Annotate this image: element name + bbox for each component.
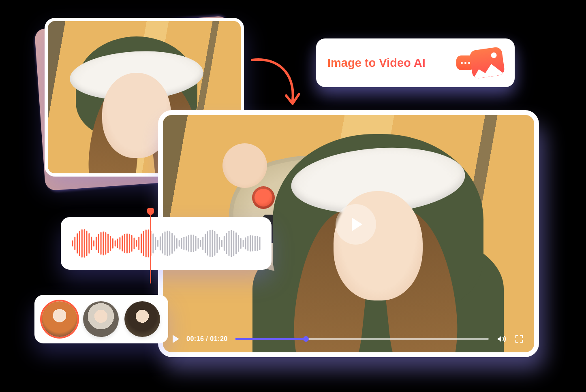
- play-button[interactable]: [336, 204, 376, 245]
- waveform: [71, 227, 261, 260]
- total-time: 01:20: [210, 335, 227, 342]
- photo-icon: [469, 47, 505, 79]
- fullscreen-icon[interactable]: [514, 334, 524, 344]
- avatar-option-3[interactable]: [124, 301, 160, 337]
- avatar-option-1[interactable]: [42, 301, 77, 337]
- svg-marker-0: [498, 336, 501, 342]
- feature-card[interactable]: Image to Video AI: [316, 38, 515, 87]
- time-display: 00:16 / 01:20: [186, 335, 228, 343]
- current-time: 00:16: [186, 335, 204, 342]
- feature-icons: [456, 49, 503, 77]
- volume-icon[interactable]: [496, 334, 507, 344]
- arrow-icon: [249, 57, 302, 109]
- seek-track[interactable]: [235, 338, 489, 340]
- player-bar: 00:16 / 01:20: [163, 326, 534, 352]
- waveform-card[interactable]: [61, 217, 272, 270]
- feature-title: Image to Video AI: [327, 56, 447, 70]
- avatar-selector: [34, 295, 168, 343]
- avatar-option-2[interactable]: [83, 301, 119, 337]
- play-icon[interactable]: [173, 335, 179, 343]
